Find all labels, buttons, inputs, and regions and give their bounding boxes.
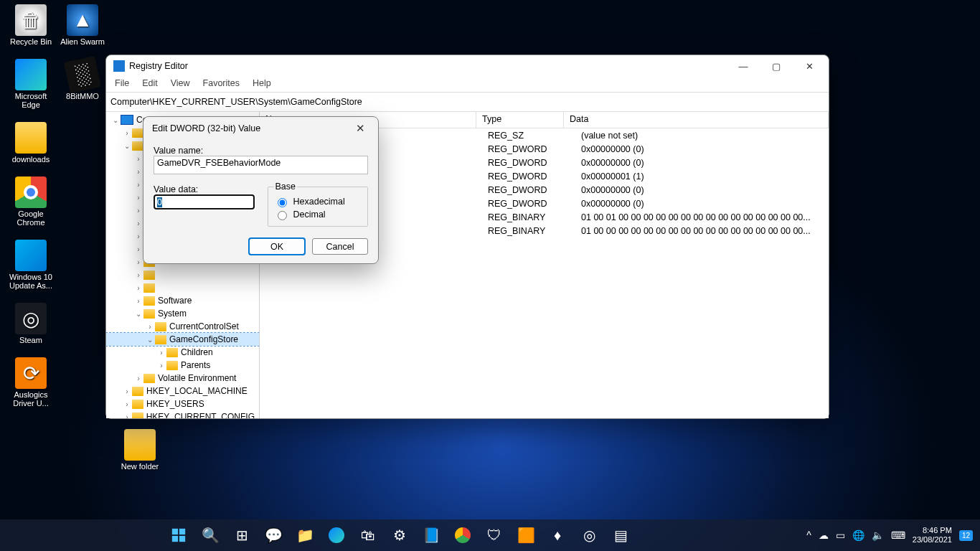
steam-button[interactable]: ◎ [575,522,603,549]
ok-button[interactable]: OK [249,238,305,255]
menu-favorites[interactable]: Favorites [202,77,241,92]
value-type: REG_DWORD [482,171,575,182]
menu-file[interactable]: File [113,77,131,92]
desktop-icon-downloads[interactable]: downloads [6,122,56,164]
window-title: Registry Editor [129,61,188,71]
tree-hku[interactable]: ›HKEY_USERS [106,397,259,410]
radio-dec[interactable]: Decimal [274,209,362,220]
radio-hex-input[interactable] [278,198,287,207]
tray-volume-icon[interactable]: 🔈 [872,529,884,541]
tree-software[interactable]: ›Software [106,294,259,307]
value-data: 0x00000001 (1) [575,171,829,182]
tray-lang-icon[interactable]: ⌨ [891,529,905,541]
edit-dword-dialog: Edit DWORD (32-bit) Value ✕ Value name: … [143,116,379,264]
desktop-icon-recycle-bin[interactable]: 🗑Recycle Bin [6,4,56,46]
desktop-icon-auslogics[interactable]: ⟳Auslogics Driver U... [6,357,56,408]
value-type: REG_SZ [482,131,575,141]
taskbar-center: 🔍 ⊞ 💬 📁 🛍 ⚙ 📘 🛡 🟧 ♦ ◎ ▤ [0,522,799,549]
value-type: REG_BINARY [482,212,575,222]
desktop-icon-alien-swarm[interactable]: ▲Alien Swarm [57,4,108,46]
desktop-icon-8bitmmo[interactable]: ░8BitMMO [57,59,108,100]
value-type: REG_DWORD [482,185,575,195]
value-data: 01 00 00 00 00 00 00 00 00 00 00 00 00 0… [575,226,829,236]
value-type: REG_DWORD [482,144,575,154]
desktop-icon-new-folder[interactable]: New folder [115,429,165,471]
tray-notif-badge[interactable]: 12 [959,530,973,541]
dialog-titlebar[interactable]: Edit DWORD (32-bit) Value ✕ [143,117,378,140]
maximize-button[interactable]: ▢ [760,55,793,77]
menu-view[interactable]: View [169,77,192,92]
value-type: REG_DWORD [482,158,575,168]
tree-hkcc[interactable]: ›HKEY_CURRENT_CONFIG [106,410,259,418]
dialog-title: Edit DWORD (32-bit) Value [152,123,260,133]
value-data: 0x00000000 (0) [575,144,829,154]
close-button[interactable]: ✕ [793,55,826,77]
taskview-button[interactable]: ⊞ [228,522,255,549]
tree-currentcontrolset[interactable]: ›CurrentControlSet [106,320,259,333]
value-data: 0x00000000 (0) [575,158,829,168]
svg-rect-3 [179,536,185,542]
tree-hklm[interactable]: ›HKEY_LOCAL_MACHINE [106,385,259,397]
value-type: REG_BINARY [482,226,575,236]
desktop-icon-edge[interactable]: Microsoft Edge [6,59,56,109]
titlebar[interactable]: Registry Editor — ▢ ✕ [106,55,829,77]
tree-node[interactable]: › [106,281,259,294]
menu-help[interactable]: Help [251,77,273,92]
radio-hex[interactable]: Hexadecimal [274,196,362,207]
system-tray[interactable]: ^ ☁ ▭ 🌐 🔈 ⌨ 8:46 PM 23/08/2021 12 [799,526,980,545]
tree-node[interactable]: › [106,268,259,281]
valuedata-label: Value data: [154,184,255,194]
minimize-button[interactable]: — [727,55,760,77]
desktop-icon-steam[interactable]: ◎Steam [6,303,56,344]
word-button[interactable]: 📘 [418,522,445,549]
value-data: (value not set) [575,131,829,141]
security-button[interactable]: 🛡 [481,522,508,549]
menu-edit[interactable]: Edit [141,77,159,92]
app-button[interactable]: 🟧 [512,522,540,549]
cancel-button[interactable]: Cancel [312,238,368,255]
menubar: File Edit View Favorites Help [106,77,829,92]
valuename-label: Value name: [154,146,368,156]
base-legend: Base [274,182,298,192]
address-bar[interactable]: Computer\HKEY_CURRENT_USER\System\GameCo… [106,92,829,112]
desktop-icons-col2: ▲Alien Swarm ░8BitMMO [57,4,108,100]
col-data: Data [564,112,829,128]
desktop-icon-win10-update[interactable]: Windows 10 Update As... [6,240,56,290]
tray-clock[interactable]: 8:46 PM 23/08/2021 [913,526,952,545]
tray-chevron-icon[interactable]: ^ [806,529,811,541]
tray-onedrive-icon[interactable]: ☁ [819,529,829,541]
tree-children[interactable]: ›Children [106,346,259,359]
dialog-close-button[interactable]: ✕ [351,122,369,135]
desktop-icons-extra: New folder [115,429,165,471]
valuedata-input[interactable] [154,194,255,209]
valuename-field: GameDVR_FSEBehaviorMode [154,156,368,174]
explorer-button[interactable]: 📁 [291,522,319,549]
app2-button[interactable]: ♦ [544,522,571,549]
regedit-icon [113,60,125,72]
base-fieldset: Base Hexadecimal Decimal [268,182,369,227]
tree-gameconfigstore[interactable]: ⌄GameConfigStore [106,333,259,346]
svg-rect-1 [179,529,185,534]
tree-system[interactable]: ⌄System [106,307,259,320]
taskbar: 🔍 ⊞ 💬 📁 🛍 ⚙ 📘 🛡 🟧 ♦ ◎ ▤ ^ ☁ ▭ 🌐 🔈 ⌨ 8:46… [0,519,980,551]
tray-network-icon[interactable]: 🌐 [852,529,864,541]
value-data: 0x00000000 (0) [575,199,829,209]
desktop-icon-chrome[interactable]: Google Chrome [6,176,56,227]
regedit-button[interactable]: ▤ [607,522,634,549]
chat-button[interactable]: 💬 [260,522,287,549]
search-button[interactable]: 🔍 [197,522,224,549]
tray-battery-icon[interactable]: ▭ [836,529,845,541]
svg-rect-0 [172,529,178,534]
tree-parents[interactable]: ›Parents [106,359,259,372]
chrome-button[interactable] [449,522,476,549]
tree-volatile-env[interactable]: ›Volatile Environment [106,372,259,385]
value-data: 01 00 01 00 00 00 00 00 00 00 00 00 00 0… [575,212,829,222]
value-type: REG_DWORD [482,199,575,209]
svg-rect-2 [172,536,178,542]
desktop-icons-col1: 🗑Recycle Bin Microsoft Edge downloads Go… [6,4,56,408]
settings-button[interactable]: ⚙ [386,522,413,549]
store-button[interactable]: 🛍 [354,522,382,549]
start-button[interactable] [165,522,192,549]
radio-dec-input[interactable] [278,211,287,220]
edge-button[interactable] [323,522,350,549]
